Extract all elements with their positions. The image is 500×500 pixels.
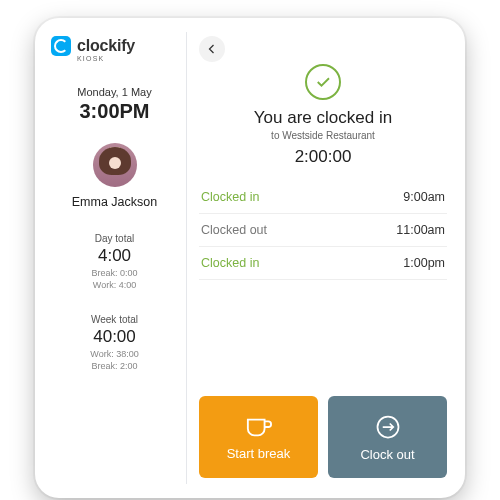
exit-icon bbox=[374, 413, 402, 441]
week-total-block: Week total 40:00 Work: 38:00 Break: 2:00 bbox=[51, 314, 178, 371]
clock-out-button[interactable]: Clock out bbox=[328, 396, 447, 478]
log-time: 11:00am bbox=[396, 223, 445, 237]
week-break: Break: 2:00 bbox=[51, 361, 178, 371]
log-row: Clocked out 11:00am bbox=[199, 214, 447, 247]
kiosk-frame: clockify KIOSK Monday, 1 May 3:00PM Emma… bbox=[35, 18, 465, 498]
sidebar: clockify KIOSK Monday, 1 May 3:00PM Emma… bbox=[49, 32, 187, 484]
log-row: Clocked in 9:00am bbox=[199, 181, 447, 214]
current-time: 3:00PM bbox=[51, 100, 178, 123]
arrow-left-icon bbox=[206, 43, 218, 55]
clock-out-label: Clock out bbox=[360, 447, 414, 462]
action-bar: Start break Clock out bbox=[199, 396, 447, 480]
avatar bbox=[93, 143, 137, 187]
week-total-label: Week total bbox=[51, 314, 178, 325]
log-time: 9:00am bbox=[403, 190, 445, 204]
status-title: You are clocked in bbox=[199, 108, 447, 128]
main-panel: You are clocked in to Westside Restauran… bbox=[187, 32, 451, 484]
start-break-button[interactable]: Start break bbox=[199, 396, 318, 478]
user-name: Emma Jackson bbox=[51, 195, 178, 209]
log-label: Clocked in bbox=[201, 256, 259, 270]
status-hero: You are clocked in to Westside Restauran… bbox=[199, 64, 447, 167]
day-total-value: 4:00 bbox=[51, 246, 178, 266]
back-button[interactable] bbox=[199, 36, 225, 62]
day-total-block: Day total 4:00 Break: 0:00 Work: 4:00 bbox=[51, 233, 178, 290]
day-total-label: Day total bbox=[51, 233, 178, 244]
check-circle-icon bbox=[305, 64, 341, 100]
coffee-icon bbox=[244, 414, 274, 440]
day-work: Work: 4:00 bbox=[51, 280, 178, 290]
status-subtitle: to Westside Restaurant bbox=[199, 130, 447, 141]
date-block: Monday, 1 May 3:00PM bbox=[51, 86, 178, 123]
log-label: Clocked in bbox=[201, 190, 259, 204]
day-break: Break: 0:00 bbox=[51, 268, 178, 278]
brand-logo-icon bbox=[51, 36, 71, 56]
status-elapsed: 2:00:00 bbox=[199, 147, 447, 167]
activity-log: Clocked in 9:00am Clocked out 11:00am Cl… bbox=[199, 181, 447, 280]
log-time: 1:00pm bbox=[403, 256, 445, 270]
brand-name: clockify bbox=[77, 37, 135, 55]
brand-subtitle: KIOSK bbox=[77, 55, 178, 62]
date-label: Monday, 1 May bbox=[51, 86, 178, 98]
log-row: Clocked in 1:00pm bbox=[199, 247, 447, 280]
week-total-value: 40:00 bbox=[51, 327, 178, 347]
brand: clockify bbox=[51, 36, 178, 56]
log-label: Clocked out bbox=[201, 223, 267, 237]
start-break-label: Start break bbox=[227, 446, 291, 461]
week-work: Work: 38:00 bbox=[51, 349, 178, 359]
